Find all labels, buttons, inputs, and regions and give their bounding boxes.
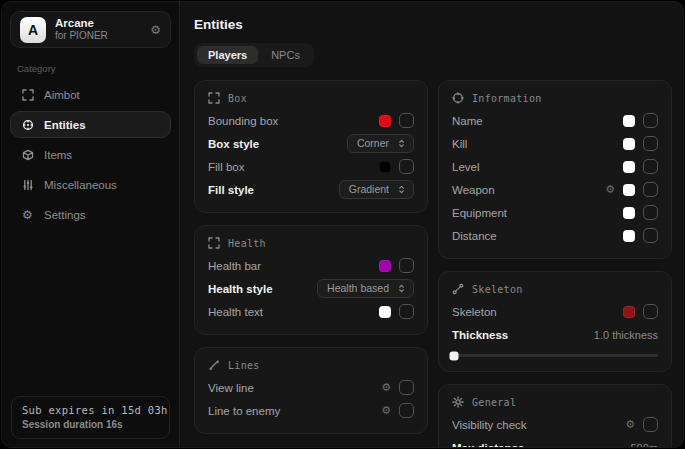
name-checkbox[interactable] <box>643 113 658 128</box>
general-panel: General Visibility check ⚙ Max distance … <box>438 384 672 447</box>
lines-panel: Lines View line ⚙ Line to enemy ⚙ <box>194 347 428 434</box>
kill-checkbox[interactable] <box>643 136 658 151</box>
visibility-check-gear-icon[interactable]: ⚙ <box>625 419 635 430</box>
unfold-icon <box>397 138 406 149</box>
name-color-swatch[interactable] <box>623 115 635 127</box>
health-style-row: Health style Health based <box>208 277 414 300</box>
subscription-card: Sub expires in 15d 03h Session duration … <box>11 396 170 439</box>
information-icon <box>452 92 464 104</box>
visibility-check-label: Visibility check <box>452 419 527 431</box>
kill-row: Kill <box>452 132 658 155</box>
app-subtitle: for PIONER <box>55 30 108 43</box>
information-panel: Information Name Kill <box>438 80 672 259</box>
tab-npcs[interactable]: NPCs <box>260 46 311 64</box>
main-content: Entities Players NPCs Box Bounding box <box>180 2 683 447</box>
sidebar-item-label: Miscellaneous <box>44 179 117 191</box>
fill-box-color-swatch[interactable] <box>379 161 391 173</box>
sidebar-nav: Aimbot Entities Items Miscellaneous <box>10 81 171 228</box>
thickness-slider[interactable] <box>452 354 658 357</box>
sidebar-item-items[interactable]: Items <box>10 141 171 168</box>
level-row: Level <box>452 155 658 178</box>
equipment-row: Equipment <box>452 201 658 224</box>
skeleton-color-swatch[interactable] <box>623 306 635 318</box>
sidebar: A Arcane for PIONER ⚙ Category Aimbot En… <box>2 2 180 447</box>
lines-panel-header: Lines <box>208 359 414 371</box>
fill-box-row: Fill box <box>208 155 414 178</box>
equipment-checkbox[interactable] <box>643 205 658 220</box>
gear-icon: ⚙ <box>21 208 34 221</box>
settings-gear-icon[interactable]: ⚙ <box>150 24 161 36</box>
bounding-box-label: Bounding box <box>208 115 278 127</box>
view-line-gear-icon[interactable]: ⚙ <box>381 382 391 393</box>
sidebar-item-settings[interactable]: ⚙ Settings <box>10 201 171 228</box>
skeleton-label: Skeleton <box>452 306 497 318</box>
sun-icon <box>452 396 464 408</box>
thickness-slider-thumb[interactable] <box>450 351 459 360</box>
bounding-box-row: Bounding box <box>208 109 414 132</box>
bounding-box-checkbox[interactable] <box>399 113 414 128</box>
visibility-check-row: Visibility check ⚙ <box>452 413 658 436</box>
logo-card: A Arcane for PIONER ⚙ <box>10 11 171 48</box>
health-text-checkbox[interactable] <box>399 304 414 319</box>
tab-players[interactable]: Players <box>197 46 258 64</box>
line-to-enemy-gear-icon[interactable]: ⚙ <box>381 405 391 416</box>
health-panel: Health Health bar Health style Health ba… <box>194 225 428 335</box>
fill-style-row: Fill style Gradient <box>208 178 414 201</box>
page-title: Entities <box>194 17 672 32</box>
sidebar-item-miscellaneous[interactable]: Miscellaneous <box>10 171 171 198</box>
general-panel-header: General <box>452 396 658 408</box>
fill-box-label: Fill box <box>208 161 244 173</box>
max-distance-label: Max distance <box>452 442 524 448</box>
view-line-label: View line <box>208 382 254 394</box>
visibility-check-checkbox[interactable] <box>643 417 658 432</box>
health-style-label: Health style <box>208 283 273 295</box>
fill-box-checkbox[interactable] <box>399 159 414 174</box>
sidebar-item-label: Settings <box>44 209 86 221</box>
sidebar-item-entities[interactable]: Entities <box>10 111 171 138</box>
view-line-checkbox[interactable] <box>399 380 414 395</box>
max-distance-row: Max distance 500m <box>452 436 658 447</box>
scan-brackets-icon <box>208 92 220 104</box>
line-to-enemy-checkbox[interactable] <box>399 403 414 418</box>
health-bar-checkbox[interactable] <box>399 258 414 273</box>
distance-row: Distance <box>452 224 658 247</box>
fill-style-label: Fill style <box>208 184 254 196</box>
skeleton-checkbox[interactable] <box>643 304 658 319</box>
bounding-box-color-swatch[interactable] <box>379 115 391 127</box>
level-color-swatch[interactable] <box>623 161 635 173</box>
health-bar-color-swatch[interactable] <box>379 260 391 272</box>
health-text-color-swatch[interactable] <box>379 306 391 318</box>
weapon-gear-icon[interactable]: ⚙ <box>605 184 615 195</box>
right-column: Information Name Kill <box>438 80 672 447</box>
health-style-dropdown[interactable]: Health based <box>317 279 414 298</box>
thickness-row: Thickness 1.0 thickness <box>452 323 658 346</box>
distance-color-swatch[interactable] <box>623 230 635 242</box>
sidebar-item-aimbot[interactable]: Aimbot <box>10 81 171 108</box>
entity-tabs: Players NPCs <box>194 43 314 67</box>
equipment-color-swatch[interactable] <box>623 207 635 219</box>
level-checkbox[interactable] <box>643 159 658 174</box>
health-bar-row: Health bar <box>208 254 414 277</box>
category-label: Category <box>17 63 164 74</box>
distance-checkbox[interactable] <box>643 228 658 243</box>
line-to-enemy-row: Line to enemy ⚙ <box>208 399 414 422</box>
weapon-color-swatch[interactable] <box>623 184 635 196</box>
skeleton-panel-header: Skeleton <box>452 283 658 295</box>
box-style-row: Box style Corner <box>208 132 414 155</box>
health-text-row: Health text <box>208 300 414 323</box>
box-style-label: Box style <box>208 138 259 150</box>
sub-expiry-text: Sub expires in 15d 03h <box>22 404 159 416</box>
box-panel-header: Box <box>208 92 414 104</box>
max-distance-value: 500m <box>630 442 658 448</box>
weapon-checkbox[interactable] <box>643 182 658 197</box>
sidebar-item-label: Aimbot <box>44 89 80 101</box>
box-style-dropdown[interactable]: Corner <box>347 134 414 153</box>
weapon-row: Weapon ⚙ <box>452 178 658 201</box>
crosshair-frame-icon <box>21 88 34 101</box>
health-text-label: Health text <box>208 306 263 318</box>
fill-style-dropdown[interactable]: Gradient <box>339 180 414 199</box>
kill-color-swatch[interactable] <box>623 138 635 150</box>
bone-icon <box>452 283 464 295</box>
skeleton-toggle-row: Skeleton <box>452 300 658 323</box>
sidebar-item-label: Entities <box>44 119 86 131</box>
